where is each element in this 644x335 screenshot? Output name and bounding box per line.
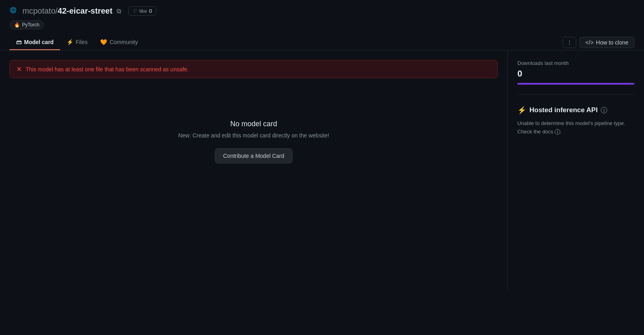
repo-full-name: mcpotato/42-eicar-street bbox=[22, 6, 113, 16]
tab-files[interactable]: ⚡ Files bbox=[60, 35, 94, 50]
page-header: 🌐 mcpotato/42-eicar-street ⧉ ♡ like 0 🔥 … bbox=[0, 0, 644, 50]
left-panel: ✕ This model has at least one file that … bbox=[0, 50, 508, 291]
heart-icon: ♡ bbox=[133, 8, 137, 14]
how-to-clone-label: How to clone bbox=[596, 39, 628, 46]
community-tab-icon: 🧡 bbox=[100, 39, 107, 45]
model-card-tab-label: Model card bbox=[24, 39, 54, 45]
repo-owner: mcpotato bbox=[22, 6, 55, 15]
like-count: 0 bbox=[149, 8, 152, 14]
pytorch-tag[interactable]: 🔥 PyTorch bbox=[10, 20, 44, 29]
more-dots-icon: ⋮ bbox=[567, 39, 572, 46]
nav-tabs-right: ⋮ </> How to clone bbox=[563, 37, 634, 48]
globe-icon: 🌐 bbox=[10, 7, 18, 16]
download-count: 0 bbox=[517, 69, 634, 79]
files-tab-label: Files bbox=[76, 39, 88, 45]
pytorch-fire-icon: 🔥 bbox=[14, 22, 20, 28]
main-content: ✕ This model has at least one file that … bbox=[0, 50, 644, 291]
download-bar-background bbox=[517, 83, 634, 85]
downloads-label: Downloads last month bbox=[517, 60, 634, 66]
inference-docs-link-icon[interactable]: i bbox=[555, 129, 560, 135]
tab-community[interactable]: 🧡 Community bbox=[94, 35, 144, 50]
nav-tabs: 🗃 Model card ⚡ Files 🧡 Community ⋮ </> H… bbox=[10, 35, 634, 50]
nav-tabs-left: 🗃 Model card ⚡ Files 🧡 Community bbox=[10, 35, 144, 50]
unsafe-alert: ✕ This model has at least one file that … bbox=[10, 60, 498, 78]
like-button[interactable]: ♡ like 0 bbox=[128, 6, 157, 16]
repo-title-row: 🌐 mcpotato/42-eicar-street ⧉ ♡ like 0 bbox=[10, 6, 634, 20]
no-model-card-subtitle: New: Create and edit this model card dir… bbox=[178, 132, 329, 139]
how-to-clone-button[interactable]: </> How to clone bbox=[579, 37, 634, 48]
alert-message: This model has at least one file that ha… bbox=[26, 66, 189, 73]
like-label: like bbox=[139, 8, 147, 14]
no-model-card-section: No model card New: Create and edit this … bbox=[10, 88, 498, 180]
tab-model-card[interactable]: 🗃 Model card bbox=[10, 35, 60, 50]
tags-row: 🔥 PyTorch bbox=[10, 20, 634, 35]
more-options-button[interactable]: ⋮ bbox=[563, 37, 576, 48]
community-tab-label: Community bbox=[109, 39, 138, 45]
inference-title: Hosted inference API bbox=[529, 106, 598, 114]
files-tab-icon: ⚡ bbox=[67, 39, 73, 45]
alert-x-icon: ✕ bbox=[16, 65, 22, 73]
pytorch-label: PyTorch bbox=[22, 22, 39, 28]
code-icon: </> bbox=[585, 39, 594, 46]
inference-section: ⚡ Hosted inference API i Unable to deter… bbox=[517, 106, 634, 136]
copy-icon[interactable]: ⧉ bbox=[117, 8, 121, 15]
inference-text-content: Unable to determine this model's pipelin… bbox=[517, 120, 625, 135]
contribute-model-card-button[interactable]: Contribute a Model Card bbox=[215, 148, 293, 163]
inference-info-icon[interactable]: i bbox=[601, 107, 607, 113]
download-bar-fill bbox=[517, 83, 634, 85]
no-model-card-title: No model card bbox=[230, 120, 277, 128]
downloads-section: Downloads last month 0 bbox=[517, 60, 634, 95]
lightning-icon: ⚡ bbox=[517, 106, 526, 115]
model-card-tab-icon: 🗃 bbox=[16, 39, 22, 45]
repo-name: 42-eicar-street bbox=[58, 6, 113, 15]
inference-description: Unable to determine this model's pipelin… bbox=[517, 119, 634, 136]
right-panel: Downloads last month 0 ⚡ Hosted inferenc… bbox=[508, 50, 644, 291]
inference-title-row: ⚡ Hosted inference API i bbox=[517, 106, 634, 115]
